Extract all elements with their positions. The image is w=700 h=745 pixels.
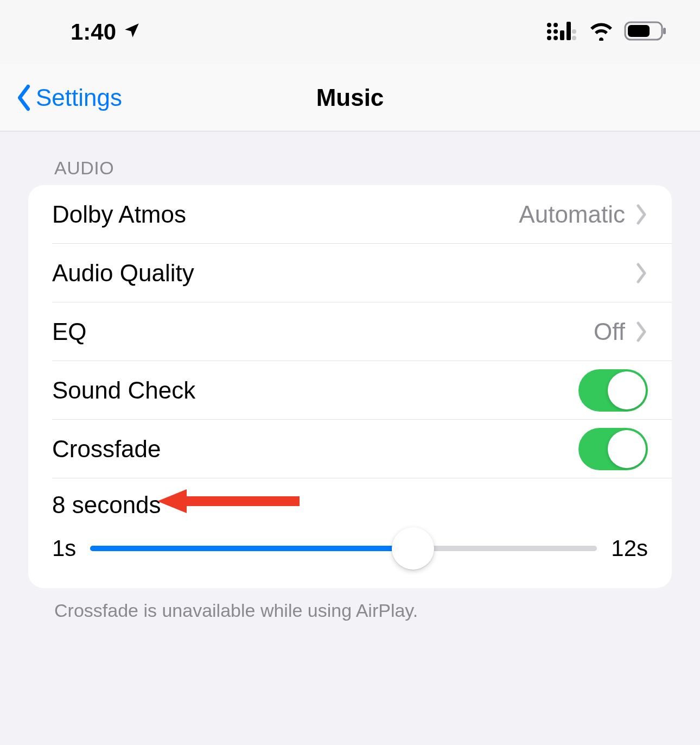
cellular-icon [546, 21, 578, 43]
section-header-audio: AUDIO [28, 131, 672, 185]
row-sound-check: Sound Check [28, 361, 672, 420]
row-crossfade: Crossfade [28, 420, 672, 478]
crossfade-toggle[interactable] [578, 428, 648, 470]
chevron-right-icon [635, 262, 648, 284]
row-value: Off [594, 318, 625, 345]
status-time: 1:40 [71, 19, 116, 45]
row-label: Sound Check [52, 377, 195, 404]
slider-row: 1s 12s [52, 527, 648, 570]
svg-point-4 [553, 29, 558, 34]
slider-value-label: 8 seconds [52, 491, 648, 519]
svg-point-2 [547, 36, 551, 40]
page-title: Music [316, 84, 384, 111]
row-eq[interactable]: EQ Off [28, 302, 672, 361]
svg-rect-6 [560, 30, 564, 40]
row-trailing: Off [594, 318, 648, 345]
svg-point-3 [553, 23, 558, 27]
row-trailing: Automatic [519, 201, 648, 228]
row-audio-quality[interactable]: Audio Quality [28, 244, 672, 302]
status-right [546, 20, 667, 44]
row-trailing [578, 428, 648, 470]
chevron-right-icon [635, 204, 648, 225]
crossfade-slider[interactable] [90, 527, 597, 570]
row-trailing [635, 262, 648, 284]
audio-card: Dolby Atmos Automatic Audio Quality EQ O… [28, 185, 672, 588]
location-icon [123, 19, 141, 45]
status-left: 1:40 [71, 19, 141, 45]
slider-max-label: 12s [611, 535, 648, 561]
back-button[interactable]: Settings [0, 84, 122, 112]
crossfade-slider-section: 8 seconds 1s 12s [28, 478, 672, 588]
svg-point-0 [547, 23, 551, 27]
row-label: Crossfade [52, 435, 161, 463]
svg-point-9 [572, 29, 576, 34]
svg-point-1 [547, 29, 551, 34]
row-trailing [578, 369, 648, 412]
row-label: Dolby Atmos [52, 201, 186, 228]
svg-rect-7 [567, 22, 571, 40]
slider-fill [90, 546, 412, 551]
row-label: EQ [52, 318, 87, 345]
sound-check-toggle[interactable] [578, 369, 648, 412]
row-label: Audio Quality [52, 260, 194, 287]
slider-min-label: 1s [52, 535, 76, 561]
slider-thumb[interactable] [392, 527, 434, 570]
row-dolby-atmos[interactable]: Dolby Atmos Automatic [28, 185, 672, 244]
content: AUDIO Dolby Atmos Automatic Audio Qualit… [0, 131, 700, 633]
svg-point-5 [553, 36, 558, 40]
status-bar: 1:40 [0, 0, 700, 64]
battery-icon [624, 20, 667, 44]
svg-rect-11 [628, 25, 650, 37]
svg-rect-12 [663, 28, 666, 34]
back-label: Settings [36, 84, 122, 111]
footer-note: Crossfade is unavailable while using Air… [28, 588, 672, 633]
svg-point-8 [572, 36, 576, 40]
nav-bar: Settings Music [0, 64, 700, 131]
row-value: Automatic [519, 201, 625, 228]
chevron-right-icon [635, 321, 648, 343]
wifi-icon [588, 21, 614, 43]
